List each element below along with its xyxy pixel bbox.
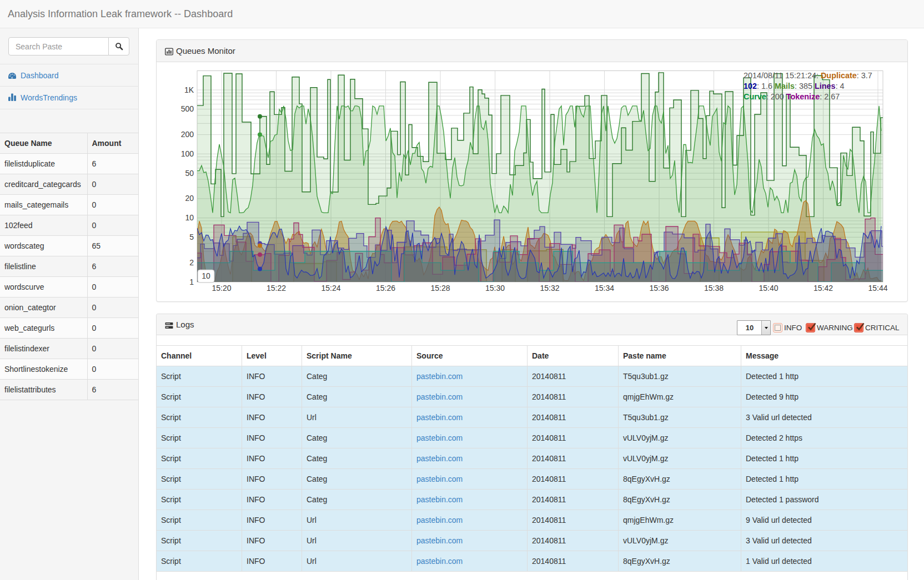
- svg-text:15:30: 15:30: [485, 284, 505, 292]
- svg-text:15:38: 15:38: [704, 284, 724, 292]
- svg-text:200: 200: [181, 130, 194, 139]
- svg-text:10: 10: [185, 213, 194, 222]
- svg-text:100: 100: [181, 149, 194, 158]
- svg-text:15:20: 15:20: [212, 284, 231, 292]
- svg-text:15:36: 15:36: [649, 284, 669, 292]
- svg-text:15:40: 15:40: [759, 284, 778, 292]
- svg-text:15:22: 15:22: [267, 284, 286, 292]
- svg-text:1: 1: [189, 278, 194, 286]
- svg-text:20: 20: [185, 194, 194, 203]
- svg-text:15:44: 15:44: [868, 284, 887, 292]
- svg-text:2014/08/11 15:21:24: Duplicate: 2014/08/11 15:21:24: Duplicate: 3.7: [744, 71, 872, 80]
- svg-text:10: 10: [202, 271, 210, 280]
- svg-text:1K: 1K: [184, 85, 194, 94]
- svg-text:102: 1.6 Mails: 385 Lines: 4: 102: 1.6 Mails: 385 Lines: 4: [744, 82, 845, 90]
- svg-text:15:42: 15:42: [813, 284, 833, 292]
- svg-text:Curve: 200 Tokenize: 2.67: Curve: 200 Tokenize: 2.67: [744, 92, 840, 101]
- svg-text:2: 2: [189, 258, 194, 267]
- svg-text:15:34: 15:34: [595, 284, 614, 292]
- svg-text:50: 50: [185, 169, 194, 178]
- svg-text:15:28: 15:28: [430, 284, 450, 292]
- svg-text:15:24: 15:24: [321, 284, 340, 292]
- svg-text:500: 500: [181, 104, 194, 113]
- svg-text:5: 5: [189, 233, 194, 241]
- svg-text:15:26: 15:26: [376, 284, 395, 292]
- svg-text:15:32: 15:32: [540, 284, 559, 292]
